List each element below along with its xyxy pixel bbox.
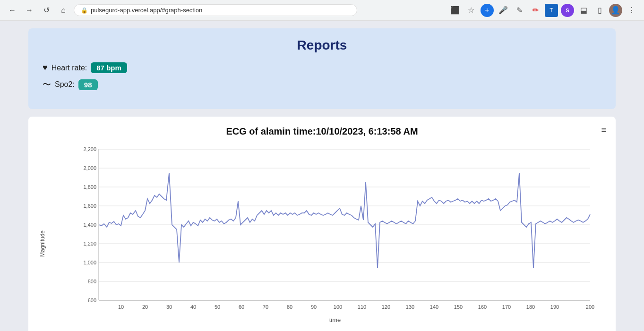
heart-rate-row: ♥ Heart rate: 87 bpm <box>43 62 601 73</box>
svg-text:1,200: 1,200 <box>83 241 96 246</box>
browser-chrome: ← → ↺ ⌂ 🔒 pulsegurd-app.vercel.app/#grap… <box>0 0 644 21</box>
svg-text:1,600: 1,600 <box>83 203 96 209</box>
svg-text:10: 10 <box>118 304 124 310</box>
svg-text:40: 40 <box>190 304 196 310</box>
chart-area: Magnitude 2,200 2,000 1,800 1,600 1,400 … <box>38 144 606 331</box>
chart-title: ECG of alamin time:10/10/2023, 6:13:58 A… <box>38 126 606 137</box>
svg-text:30: 30 <box>166 304 172 310</box>
svg-text:90: 90 <box>311 304 317 310</box>
svg-text:170: 170 <box>502 304 511 310</box>
edit-icon[interactable]: ✏ <box>529 4 542 17</box>
svg-text:110: 110 <box>358 304 366 310</box>
extensions-icon[interactable]: + <box>481 4 494 17</box>
mic-icon[interactable]: 🎤 <box>497 4 510 17</box>
svg-text:20: 20 <box>142 304 148 310</box>
heart-icon: ♥ <box>43 63 48 73</box>
svg-text:1,000: 1,000 <box>83 260 96 265</box>
svg-text:800: 800 <box>88 279 96 284</box>
back-button[interactable]: ← <box>6 4 19 17</box>
svg-text:100: 100 <box>334 304 342 310</box>
security-icon: 🔒 <box>81 7 88 14</box>
forward-button[interactable]: → <box>23 4 36 17</box>
svg-text:160: 160 <box>478 304 487 310</box>
ecg-chart: 2,200 2,000 1,800 1,600 1,400 1,200 1,00… <box>64 144 606 314</box>
svg-text:140: 140 <box>430 304 438 310</box>
svg-text:1,800: 1,800 <box>83 184 96 190</box>
sidebar-icon[interactable]: ▯ <box>593 4 606 17</box>
spo2-label: Spo2: <box>55 80 75 89</box>
svg-text:120: 120 <box>382 304 390 310</box>
profile-icon[interactable]: S <box>561 4 574 17</box>
bookmark-icon[interactable]: ☆ <box>464 4 478 17</box>
heart-rate-value: 87 bpm <box>91 62 127 73</box>
svg-text:60: 60 <box>239 304 244 310</box>
svg-text:50: 50 <box>215 304 220 310</box>
svg-text:600: 600 <box>88 297 96 303</box>
spo2-value: 98 <box>78 79 98 90</box>
svg-text:190: 190 <box>550 304 559 310</box>
heart-rate-label: Heart rate: <box>52 64 87 72</box>
svg-text:200: 200 <box>586 304 594 310</box>
home-button[interactable]: ⌂ <box>57 4 70 17</box>
address-bar[interactable]: 🔒 pulsegurd-app.vercel.app/#graph-sectio… <box>74 4 357 16</box>
cast-icon[interactable]: ⬛ <box>448 4 462 17</box>
spo2-icon: 〜 <box>43 79 51 90</box>
svg-text:70: 70 <box>263 304 268 310</box>
svg-text:180: 180 <box>526 304 535 310</box>
svg-text:1,400: 1,400 <box>83 222 96 228</box>
more-menu[interactable]: ⋮ <box>625 4 638 17</box>
reload-button[interactable]: ↺ <box>40 4 53 17</box>
toolbar-icons: ⬛ ☆ + 🎤 ✎ ✏ T S ⬓ ▯ 👤 ⋮ <box>448 4 638 17</box>
pen-icon[interactable]: ✎ <box>513 4 526 17</box>
url-text: pulsegurd-app.vercel.app/#graph-section <box>91 7 202 14</box>
reports-card: Reports ♥ Heart rate: 87 bpm 〜 Spo2: 98 <box>28 28 616 109</box>
chart-container: ECG of alamin time:10/10/2023, 6:13:58 A… <box>28 117 616 331</box>
downloads-icon[interactable]: ⬓ <box>577 4 590 17</box>
svg-text:2,000: 2,000 <box>83 165 96 171</box>
reports-title: Reports <box>43 38 601 53</box>
spo2-row: 〜 Spo2: 98 <box>43 79 601 90</box>
svg-text:130: 130 <box>406 304 414 310</box>
tab-icon[interactable]: T <box>545 4 558 17</box>
chart-menu-icon[interactable]: ≡ <box>601 125 606 135</box>
svg-text:80: 80 <box>287 304 292 310</box>
x-axis-label: time <box>64 316 606 323</box>
user-avatar[interactable]: 👤 <box>609 4 622 17</box>
svg-text:150: 150 <box>454 304 463 310</box>
y-axis-label: Magnitude <box>39 230 46 256</box>
svg-text:2,200: 2,200 <box>83 146 96 152</box>
page-content: Reports ♥ Heart rate: 87 bpm 〜 Spo2: 98 … <box>0 21 644 331</box>
